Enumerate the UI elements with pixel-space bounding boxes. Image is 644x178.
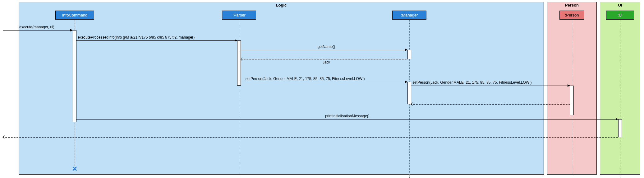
msg-getname-label: getName(): [258, 44, 395, 49]
activation-parser: [237, 40, 241, 86]
sequence-diagram: Logic Person UI InfoCommand :Parser :Man…: [0, 0, 644, 178]
lifeline-label: :Parser: [232, 13, 246, 17]
lifeline-infocommand: InfoCommand: [55, 11, 94, 20]
arrow-icon: [70, 29, 73, 31]
msg-jack-line: [241, 59, 407, 59]
arrow-icon: [2, 135, 6, 139]
activation-infocommand: [73, 30, 76, 122]
msg-return-person-line: [411, 104, 570, 105]
lifeline-parser: :Parser: [222, 11, 256, 20]
msg-return-ui-line: [3, 137, 618, 138]
activation-manager-1: [407, 50, 411, 59]
region-ui-title: UI: [600, 2, 640, 8]
activation-ui: [618, 119, 622, 137]
region-logic: Logic: [19, 2, 544, 175]
lifeline-manager: :Manager: [392, 11, 426, 20]
msg-getname-line: [241, 50, 407, 50]
msg-setperson-mgr-line: [241, 82, 407, 82]
msg-print-init-label: printInitialisationMessage(): [76, 114, 618, 118]
msg-setperson-mgr-label: setPerson(Jack, Gender.MALE, 21, 175, 85…: [246, 77, 365, 81]
lifeline-label: :Ui: [618, 13, 623, 17]
arrow-icon: [235, 39, 237, 42]
msg-print-init-line: [76, 119, 618, 119]
msg-setperson-person-line: [411, 86, 570, 86]
arrow-icon: [568, 84, 570, 87]
lifeline-ui: :Ui: [606, 11, 634, 20]
activation-manager-2: [407, 82, 411, 104]
arrow-icon: [616, 118, 618, 120]
arrow-icon: [405, 81, 407, 83]
activation-person: [570, 86, 574, 115]
lifeline-label: :Person: [565, 13, 579, 17]
msg-execute-line: [3, 30, 73, 30]
msg-jack-label: Jack: [258, 60, 395, 64]
msg-exec-processed-label: executeProcessedInfo(info g/M a/21 h/175…: [78, 35, 195, 40]
msg-execute-label: execute(manager, ui): [19, 25, 54, 29]
msg-exec-processed-line: [76, 40, 237, 41]
lifeline-line-ui: [620, 20, 620, 178]
lifeline-person: :Person: [559, 11, 584, 20]
region-person-title: Person: [547, 2, 596, 8]
msg-setperson-person-label: setPerson(Jack, Gender.MALE, 21, 175, 85…: [412, 80, 532, 85]
region-logic-title: Logic: [19, 2, 544, 8]
arrow-icon: [405, 49, 407, 51]
lifeline-label: :Manager: [401, 13, 418, 17]
destruction-icon: ✕: [72, 165, 77, 173]
lifeline-label: InfoCommand: [62, 13, 88, 17]
